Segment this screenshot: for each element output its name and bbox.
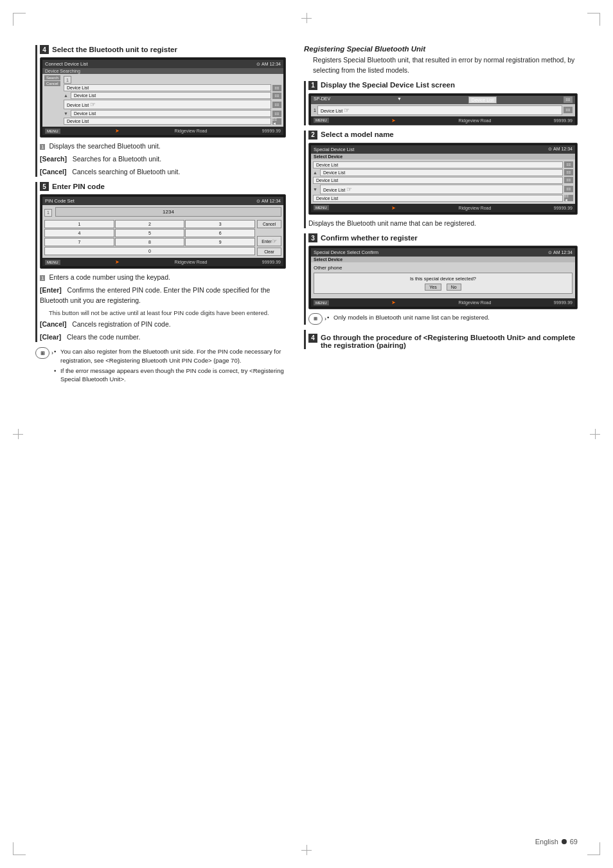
confirm-buttons: Yes No bbox=[317, 284, 569, 291]
special-bottombar2: MENU ➤ Ridgeview Road 99999.99 bbox=[311, 204, 575, 212]
device-row: Device List ≡≡ bbox=[313, 161, 573, 168]
right-step3-heading: 3 Confirm whether to register bbox=[308, 233, 578, 242]
registering-special-desc: Registers Special Bluetooth unit, that r… bbox=[304, 55, 578, 76]
sp-bottombar1: MENU ➤ Ridgeview Road 99999.99 bbox=[311, 116, 575, 125]
device-list-row: ▼ Device List ≡≡ bbox=[64, 110, 281, 117]
right-step1-title: Display the Special Device List screen bbox=[321, 81, 455, 89]
pin-key-7[interactable]: 7 bbox=[44, 238, 114, 246]
screen-num-indicator: 1 bbox=[64, 76, 71, 84]
confirm-screen: Special Device Select Confirm ⊙ AM 12:34… bbox=[308, 246, 578, 309]
connect-device-screen: Connect Device List ⊙ AM 12:34 Device Se… bbox=[40, 57, 286, 138]
screen-content: Search Cancel 1 Device List ≡≡ bbox=[42, 74, 283, 127]
device-list-row: Device List ☞ ≡≡ bbox=[64, 100, 281, 109]
right-step2-heading: 2 Select a model name bbox=[308, 131, 578, 140]
pin-row4: 0 bbox=[44, 247, 255, 255]
confirm-inner: Special Device Select Confirm ⊙ AM 12:34… bbox=[311, 248, 575, 307]
right-step1-num: 1 bbox=[308, 81, 317, 90]
right-step2-num: 2 bbox=[308, 131, 317, 140]
page-num-text: 69 bbox=[570, 838, 578, 845]
no-button[interactable]: No bbox=[447, 284, 461, 291]
pin-row1: 1 2 3 bbox=[44, 220, 255, 228]
registering-special-title: Registering Special Bluetooth Unit bbox=[304, 45, 425, 53]
pin-key-0[interactable]: 0 bbox=[44, 247, 255, 255]
left-column: 4 Select the Bluetooth unit to register … bbox=[35, 45, 286, 388]
special-topbar2: Special Device List ⊙ AM 12:34 bbox=[311, 145, 575, 154]
device-row: Device List ≡≡ ◄ bbox=[313, 195, 573, 202]
right-step3-num: 3 bbox=[308, 233, 317, 242]
sp-dev-row2: 1 Device List ☞ ≡≡ bbox=[311, 104, 575, 116]
select-device-subbar: Select Device bbox=[311, 154, 575, 159]
note1: You can also register from the Bluetooth… bbox=[53, 347, 286, 365]
special-inner1: SP-DEV ▼ Device List ≡≡ 1 Device List ☞ … bbox=[311, 96, 575, 125]
step4-bullet3: [Cancel] Cancels searching of Bluetooth … bbox=[40, 167, 286, 177]
pin-key-3[interactable]: 3 bbox=[185, 220, 255, 228]
step4-heading: 4 Select the Bluetooth unit to register bbox=[40, 45, 286, 54]
right-step4-section: 4 Go through the procedure of <Registeri… bbox=[304, 330, 578, 349]
screen-inner: Connect Device List ⊙ AM 12:34 Device Se… bbox=[42, 60, 283, 135]
screen-row-num: 1 bbox=[64, 76, 281, 84]
device-list-row: ▲ Device List ≡≡ bbox=[64, 92, 281, 99]
page-number-area: English 69 bbox=[535, 838, 578, 845]
page-language: English bbox=[535, 838, 558, 845]
step3-note-symbol: ⊞ › bbox=[308, 313, 323, 325]
right-step1-heading: 1 Display the Special Device List screen bbox=[308, 81, 578, 90]
right-step4-heading: 4 Go through the procedure of <Registeri… bbox=[308, 330, 578, 349]
right-step2-title: Select a model name bbox=[321, 131, 394, 138]
confirm-bottombar: MENU ➤ Ridgeview Road 99999.99 bbox=[311, 298, 575, 307]
special-device-list-screen: Special Device List ⊙ AM 12:34 Select De… bbox=[308, 143, 578, 215]
step3-note-text: Only models in Bluetooth unit name list … bbox=[326, 313, 490, 323]
step4-num: 4 bbox=[40, 45, 49, 54]
pin-enter-note: This button will not be active until at … bbox=[40, 309, 286, 317]
step4-bullet2: [Search] Searches for a Bluetooth unit. bbox=[40, 154, 286, 165]
right-step4-title: Go through the procedure of <Registering… bbox=[321, 334, 578, 349]
step4-title: Select the Bluetooth unit to register bbox=[52, 46, 177, 53]
search-btn: Search bbox=[44, 75, 60, 80]
pin-key-2[interactable]: 2 bbox=[115, 220, 185, 228]
clear-action-btn[interactable]: Clear bbox=[257, 248, 281, 256]
device-list-row: Device List ≡≡ bbox=[64, 84, 281, 91]
cancel-btn[interactable]: Cancel bbox=[44, 81, 60, 86]
pin-row3: 7 8 9 bbox=[44, 238, 255, 246]
pin-key-1[interactable]: 1 bbox=[44, 220, 114, 228]
device-list-row: Device List ≡≡ ◄ bbox=[64, 118, 281, 125]
right-step2-section: 2 Select a model name Special Device Lis… bbox=[304, 131, 578, 229]
step3-note: Only models in Bluetooth unit name list … bbox=[326, 313, 490, 321]
device-row: ▼ Device List ☞ ≡≡ bbox=[313, 185, 573, 194]
yes-button[interactable]: Yes bbox=[425, 284, 441, 291]
pin-num-indicator: 1 bbox=[44, 209, 52, 217]
right-column: Registering Special Bluetooth Unit Regis… bbox=[304, 45, 578, 388]
right-step3-section: 3 Confirm whether to register Special De… bbox=[304, 233, 578, 325]
circle-dot bbox=[562, 839, 567, 844]
cancel-action-btn[interactable]: Cancel bbox=[257, 220, 281, 228]
pin-cancel-bullet: [Cancel] Cancels registration of PIN cod… bbox=[40, 320, 286, 330]
device-name: Other phone bbox=[314, 265, 573, 271]
confirm-dialog: Is this special device selected? Yes No bbox=[314, 273, 573, 294]
right-step3-title: Confirm whether to register bbox=[321, 234, 418, 242]
pin-screen-inner: PIN Code Set ⊙ AM 12:34 1 1234 bbox=[42, 197, 283, 266]
pin-key-6[interactable]: 6 bbox=[185, 229, 255, 237]
step5-section: 5 Enter PIN code PIN Code Set ⊙ AM 12:34… bbox=[35, 182, 286, 342]
note-symbol: ⊞ › bbox=[35, 347, 49, 359]
step4-section: 4 Select the Bluetooth unit to register … bbox=[35, 45, 286, 177]
step2-desc: Displays the Bluetooth unit name that ca… bbox=[308, 219, 578, 229]
confirm-subbar: Select Device bbox=[311, 257, 575, 262]
note-block: ⊞ › You can also register from the Bluet… bbox=[35, 347, 286, 385]
confirm-topbar: Special Device Select Confirm ⊙ AM 12:34 bbox=[311, 248, 575, 257]
pin-display: 1234 bbox=[55, 207, 281, 217]
page-container: 4 Select the Bluetooth unit to register … bbox=[0, 0, 613, 868]
step3-note-block: ⊞ › Only models in Bluetooth unit name l… bbox=[308, 313, 578, 325]
special-inner2: Special Device List ⊙ AM 12:34 Select De… bbox=[311, 145, 575, 212]
step5-heading: 5 Enter PIN code bbox=[40, 182, 286, 191]
pin-key-4[interactable]: 4 bbox=[44, 229, 114, 237]
step5-title: Enter PIN code bbox=[52, 183, 105, 190]
pin-topbar: PIN Code Set ⊙ AM 12:34 bbox=[42, 197, 283, 205]
pin-bottombar: MENU ➤ Ridgeview Road 99999.99 bbox=[42, 258, 283, 266]
pin-key-5[interactable]: 5 bbox=[115, 229, 185, 237]
special-screen-content2: Device List ≡≡ ▲ Device List ≡≡ Device L… bbox=[311, 159, 575, 204]
step4-bullet1: 1 Displays the searched Bluetooth unit. bbox=[40, 141, 286, 152]
enter-action-btn[interactable]: Enter☞ bbox=[257, 236, 281, 246]
pin-key-9[interactable]: 9 bbox=[185, 238, 255, 246]
pin-enter-bullet: [Enter] Confirms the entered PIN code. E… bbox=[40, 285, 286, 306]
note2: If the error message appears even though… bbox=[53, 366, 286, 384]
pin-key-8[interactable]: 8 bbox=[115, 238, 185, 246]
